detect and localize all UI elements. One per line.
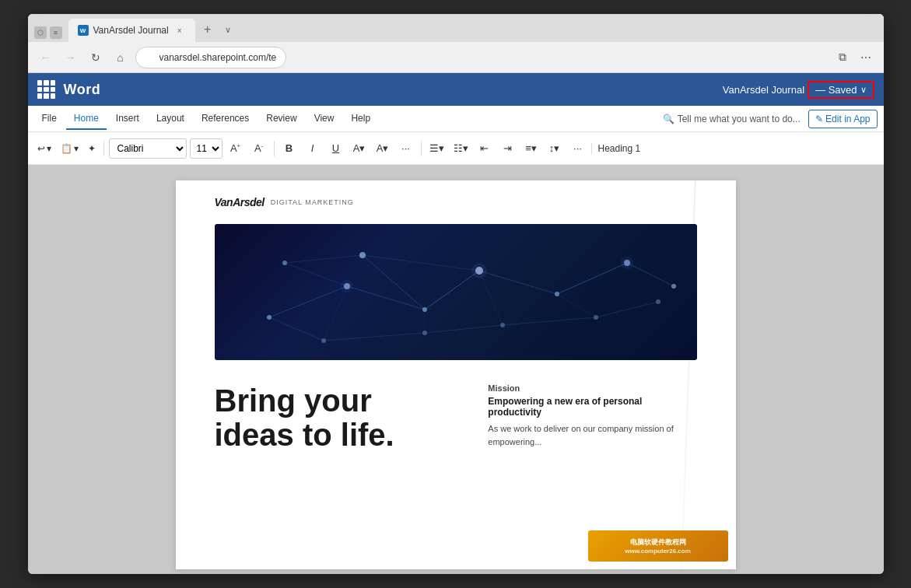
address-input[interactable] [135, 47, 286, 68]
line-spacing-icon: ↕▾ [549, 142, 560, 154]
waffle-dot [44, 87, 49, 93]
highlight-button[interactable]: A▾ [349, 138, 370, 159]
doc-title: VanArsdel Journal [723, 84, 804, 96]
more-paragraph-icon: ··· [573, 142, 582, 154]
svg-point-35 [341, 280, 353, 292]
svg-line-4 [557, 263, 627, 294]
browser-tab-active[interactable]: W VanArsdel Journal × [68, 19, 195, 42]
numbering-button[interactable]: ☷▾ [450, 138, 471, 159]
ribbon-search[interactable]: 🔍 Tell me what you want to do... [657, 114, 807, 124]
font-grow-icon: A+ [230, 142, 240, 154]
tab-close-button[interactable]: × [173, 24, 186, 37]
italic-icon: I [311, 142, 314, 154]
forward-button[interactable]: → [61, 47, 81, 68]
indent-button[interactable]: ⇥ [498, 138, 518, 159]
edit-in-app-button[interactable]: ✎ Edit in App [808, 110, 878, 128]
waffle-dot [44, 93, 49, 99]
svg-line-17 [285, 263, 347, 286]
bullets-button[interactable]: ☰▾ [426, 138, 447, 159]
word-titlebar: Word VanArsdel Journal — Saved ∨ [28, 73, 884, 106]
undo-icon: ↩ [37, 143, 45, 154]
svg-line-0 [269, 286, 347, 317]
font-grow-button[interactable]: A+ [226, 138, 246, 159]
outdent-icon: ⇤ [480, 142, 489, 154]
document-page: VanArsdel Digital Marketing [176, 180, 736, 569]
svg-line-14 [557, 294, 596, 317]
ribbon-tab-home[interactable]: Home [66, 108, 107, 130]
align-icon: ≡▾ [525, 142, 537, 154]
more-formatting-icon: ··· [401, 142, 410, 154]
doc-saved-chevron: ∨ [860, 85, 867, 95]
undo-button[interactable]: ↩ ▾ [34, 138, 54, 159]
outdent-button[interactable]: ⇤ [475, 138, 495, 159]
font-shrink-icon: A- [254, 142, 263, 154]
browser-extensions-area: ⧉ ⋯ [832, 47, 876, 68]
new-tab-button[interactable]: + [197, 19, 219, 40]
word-app: Word VanArsdel Journal — Saved ∨ File Ho… [28, 73, 884, 574]
font-shrink-button[interactable]: A- [249, 138, 269, 159]
refresh-button[interactable]: ↻ [86, 47, 106, 68]
company-logo-text: VanArsdel [215, 196, 265, 208]
word-app-title: Word [64, 82, 101, 98]
svg-line-15 [363, 255, 425, 310]
doc-saved-status: — Saved [815, 84, 857, 96]
ribbon-tab-references[interactable]: References [194, 108, 257, 130]
search-icon: 🔍 [663, 114, 674, 124]
svg-line-9 [503, 317, 596, 325]
paste-button[interactable]: 📋 ▾ [58, 138, 82, 159]
word-content-area[interactable]: VanArsdel Digital Marketing [28, 165, 884, 574]
doc-body: Bring your ideas to life. Mission Empowe… [176, 368, 736, 475]
word-titlebar-center: VanArsdel Journal — Saved ∨ [108, 81, 874, 99]
doc-mission-headline: Empowering a new era of personal product… [488, 396, 696, 418]
word-toolbar: ↩ ▾ 📋 ▾ ✦ Calibri 11 A+ A- [28, 132, 884, 165]
svg-point-29 [594, 315, 598, 320]
paste-dropdown-icon: ▾ [74, 143, 79, 154]
svg-line-13 [479, 271, 503, 325]
font-color-button[interactable]: A▾ [373, 138, 393, 159]
company-subtitle: Digital Marketing [271, 198, 354, 206]
doc-mission-label: Mission [488, 383, 696, 393]
format-painter-icon: ✦ [88, 143, 96, 154]
browser-menu-btn[interactable]: ≡ [50, 26, 62, 39]
hero-network-visual [215, 224, 697, 360]
doc-header: VanArsdel Digital Marketing [176, 180, 736, 216]
browser-menu-button[interactable]: ⋯ [856, 47, 876, 68]
italic-button[interactable]: I [303, 138, 323, 159]
doc-main-text: Bring your ideas to life. [215, 383, 465, 460]
ribbon-tab-help[interactable]: Help [343, 108, 378, 130]
waffle-dot [37, 93, 43, 99]
align-button[interactable]: ≡▾ [521, 138, 541, 159]
watermark-line1: 电脑软硬件教程网 [630, 537, 686, 548]
ribbon-tab-review[interactable]: Review [258, 108, 304, 130]
svg-point-26 [321, 338, 326, 343]
tab-title: VanArsdel Journal [93, 25, 169, 36]
doc-sidebar-text: Mission Empowering a new era of personal… [488, 383, 696, 460]
underline-button[interactable]: U [326, 138, 346, 159]
bold-button[interactable]: B [279, 138, 300, 159]
watermark-line2: www.computer26.com [625, 548, 691, 555]
ribbon-tab-insert[interactable]: Insert [108, 108, 147, 130]
more-paragraph-button[interactable]: ··· [568, 138, 588, 159]
ribbon-tab-file[interactable]: File [34, 108, 65, 130]
browser-back-page-btn[interactable]: ⬡ [34, 26, 47, 39]
more-formatting-button[interactable]: ··· [396, 138, 416, 159]
svg-line-3 [479, 271, 557, 294]
ribbon-tab-view[interactable]: View [307, 108, 342, 130]
home-button[interactable]: ⌂ [110, 47, 131, 68]
doc-saved-badge[interactable]: — Saved ∨ [808, 81, 874, 99]
line-spacing-button[interactable]: ↕▾ [545, 138, 565, 159]
tab-overflow-button[interactable]: ∨ [220, 19, 236, 40]
font-name-selector[interactable]: Calibri [109, 138, 187, 159]
doc-hero-image [215, 224, 697, 360]
extensions-button[interactable]: ⧉ [832, 47, 853, 68]
doc-mission-text: As we work to deliver on our company mis… [488, 422, 696, 448]
doc-title-area: VanArsdel Journal — Saved ∨ [723, 81, 874, 99]
back-button[interactable]: ← [36, 47, 56, 68]
svg-point-34 [621, 257, 633, 269]
waffle-menu-icon[interactable] [37, 80, 56, 99]
format-painter-button[interactable]: ✦ [85, 138, 99, 159]
ribbon-tab-layout[interactable]: Layout [149, 108, 192, 130]
svg-line-18 [285, 255, 363, 263]
svg-line-1 [347, 286, 425, 310]
font-size-selector[interactable]: 11 [190, 138, 222, 159]
